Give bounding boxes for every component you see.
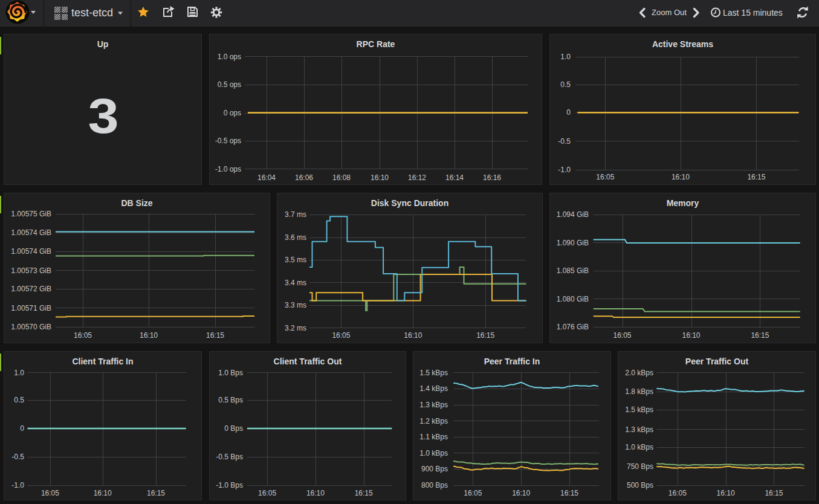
svg-text:16:04: 16:04 — [257, 173, 276, 182]
svg-text:-0.5: -0.5 — [558, 137, 571, 146]
svg-text:16:08: 16:08 — [332, 173, 351, 182]
svg-text:Last 15 minutes: Last 15 minutes — [723, 8, 783, 18]
svg-text:1.0 ops: 1.0 ops — [218, 53, 241, 61]
svg-text:16:10: 16:10 — [306, 489, 325, 497]
svg-text:1.090 GiB: 1.090 GiB — [557, 239, 589, 247]
svg-text:1.0 kBps: 1.0 kBps — [625, 443, 653, 451]
svg-text:-0.5 Bps: -0.5 Bps — [216, 453, 243, 461]
svg-text:16:14: 16:14 — [445, 173, 464, 182]
svg-text:1.0 Bps: 1.0 Bps — [218, 369, 243, 377]
svg-text:-0.5 ops: -0.5 ops — [215, 137, 241, 145]
svg-text:16:05: 16:05 — [41, 489, 59, 497]
svg-text:-1.0 Bps: -1.0 Bps — [216, 481, 243, 489]
svg-text:1.2 kBps: 1.2 kBps — [419, 417, 448, 425]
svg-text:test-etcd: test-etcd — [71, 7, 113, 19]
svg-text:1.00575 GiB: 1.00575 GiB — [11, 210, 51, 218]
svg-text:0.5: 0.5 — [14, 396, 24, 404]
svg-text:3.4 ms: 3.4 ms — [285, 279, 306, 287]
svg-text:3: 3 — [88, 88, 118, 143]
svg-text:16:12: 16:12 — [408, 173, 426, 182]
svg-text:1.00573 GiB: 1.00573 GiB — [11, 267, 51, 275]
svg-text:1.3 kBps: 1.3 kBps — [419, 401, 448, 409]
svg-text:750 Bps: 750 Bps — [627, 462, 653, 471]
svg-text:-1.0: -1.0 — [11, 481, 24, 489]
svg-text:1.094 GiB: 1.094 GiB — [557, 210, 589, 219]
svg-text:16:10: 16:10 — [682, 331, 700, 340]
svg-text:Client Traffic In: Client Traffic In — [72, 357, 133, 366]
svg-text:16:10: 16:10 — [140, 331, 158, 340]
svg-text:Memory: Memory — [667, 198, 699, 208]
svg-text:16:16: 16:16 — [483, 173, 501, 182]
svg-text:16:10: 16:10 — [672, 173, 690, 181]
svg-text:Up: Up — [97, 39, 109, 49]
svg-text:0: 0 — [566, 108, 571, 117]
svg-text:16:05: 16:05 — [74, 331, 92, 340]
svg-text:1.8 kBps: 1.8 kBps — [625, 387, 653, 396]
svg-text:-0.5: -0.5 — [11, 453, 24, 461]
svg-text:0 Bps: 0 Bps — [224, 424, 243, 433]
svg-text:Client Traffic Out: Client Traffic Out — [274, 357, 342, 366]
svg-text:Peer Traffic In: Peer Traffic In — [484, 357, 540, 366]
svg-text:Peer Traffic Out: Peer Traffic Out — [685, 357, 749, 366]
svg-text:16:15: 16:15 — [147, 489, 165, 497]
svg-text:0.5 Bps: 0.5 Bps — [218, 396, 243, 404]
svg-text:3.6 ms: 3.6 ms — [285, 233, 306, 242]
svg-text:DB Size: DB Size — [121, 198, 152, 208]
svg-text:3.3 ms: 3.3 ms — [285, 301, 306, 309]
svg-text:3.5 ms: 3.5 ms — [285, 256, 306, 264]
svg-text:16:05: 16:05 — [258, 489, 276, 497]
svg-text:0.5: 0.5 — [560, 80, 571, 89]
svg-text:16:15: 16:15 — [476, 331, 494, 340]
svg-text:1.00572 GiB: 1.00572 GiB — [11, 285, 51, 293]
svg-text:1.5 kBps: 1.5 kBps — [419, 369, 448, 377]
svg-text:16:15: 16:15 — [747, 173, 765, 181]
svg-text:1.00570 GiB: 1.00570 GiB — [11, 323, 51, 331]
svg-text:16:15: 16:15 — [355, 489, 373, 497]
svg-text:1.0: 1.0 — [14, 369, 24, 377]
svg-text:16:05: 16:05 — [596, 173, 614, 181]
svg-text:1.4 kBps: 1.4 kBps — [419, 384, 448, 393]
svg-text:16:10: 16:10 — [371, 173, 389, 182]
svg-text:16:05: 16:05 — [332, 331, 350, 340]
svg-text:1.076 GiB: 1.076 GiB — [557, 323, 589, 331]
svg-text:16:05: 16:05 — [464, 489, 482, 497]
svg-text:16:05: 16:05 — [668, 489, 687, 497]
svg-text:16:10: 16:10 — [512, 489, 530, 497]
svg-text:1.00571 GiB: 1.00571 GiB — [11, 304, 51, 312]
svg-text:1.3 kBps: 1.3 kBps — [625, 425, 653, 434]
svg-text:16:15: 16:15 — [751, 331, 769, 340]
svg-text:900 Bps: 900 Bps — [421, 465, 448, 473]
svg-text:16:15: 16:15 — [560, 489, 578, 497]
svg-text:16:10: 16:10 — [404, 331, 422, 340]
svg-text:1.00574 GiB: 1.00574 GiB — [11, 247, 51, 256]
svg-text:1.080 GiB: 1.080 GiB — [557, 295, 589, 303]
svg-text:16:10: 16:10 — [717, 489, 735, 497]
svg-text:2.0 kBps: 2.0 kBps — [625, 369, 653, 377]
svg-text:-1.0: -1.0 — [558, 166, 571, 174]
svg-text:800 Bps: 800 Bps — [421, 481, 448, 489]
svg-text:RPC Rate: RPC Rate — [357, 39, 395, 49]
svg-text:1.00574 GiB: 1.00574 GiB — [11, 228, 51, 237]
svg-text:0: 0 — [20, 424, 24, 433]
svg-text:Active Streams: Active Streams — [652, 39, 713, 49]
svg-text:Disk Sync Duration: Disk Sync Duration — [371, 198, 448, 208]
svg-text:1.1 kBps: 1.1 kBps — [419, 433, 448, 441]
svg-text:1.0 kBps: 1.0 kBps — [419, 449, 448, 457]
svg-text:Zoom Out: Zoom Out — [652, 8, 687, 17]
svg-text:0.5 ops: 0.5 ops — [218, 80, 241, 89]
svg-text:16:10: 16:10 — [94, 489, 112, 497]
svg-text:1.0: 1.0 — [560, 53, 571, 61]
svg-text:500 Bps: 500 Bps — [627, 481, 653, 489]
svg-text:16:06: 16:06 — [295, 173, 313, 182]
svg-text:-1.0 ops: -1.0 ops — [215, 165, 241, 173]
svg-text:16:15: 16:15 — [206, 331, 224, 340]
svg-text:16:15: 16:15 — [765, 489, 783, 497]
svg-text:3.7 ms: 3.7 ms — [285, 210, 306, 219]
svg-text:1.085 GiB: 1.085 GiB — [557, 267, 589, 275]
svg-text:16:05: 16:05 — [613, 331, 631, 340]
svg-text:0 ops: 0 ops — [224, 109, 241, 117]
svg-text:3.2 ms: 3.2 ms — [285, 324, 306, 332]
svg-text:1.5 kBps: 1.5 kBps — [625, 405, 653, 414]
